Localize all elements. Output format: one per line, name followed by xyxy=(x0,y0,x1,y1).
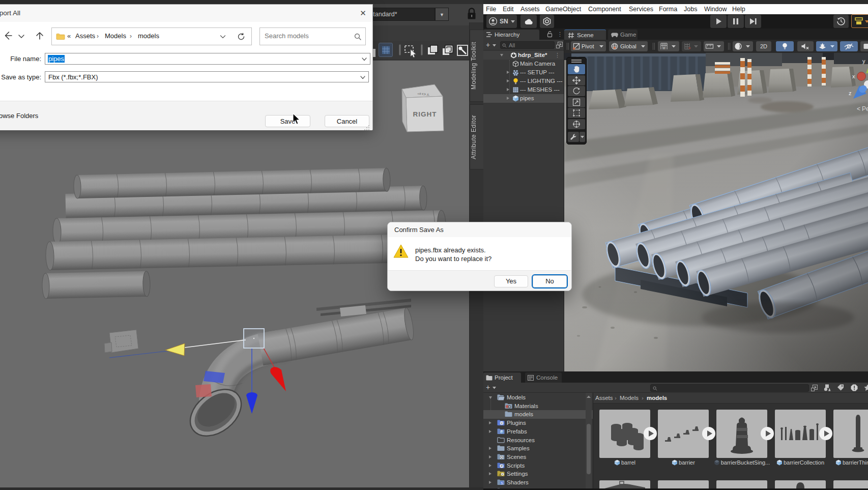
menu-file[interactable]: File xyxy=(486,4,496,14)
menu-edit[interactable]: Edit xyxy=(503,4,514,14)
custom-tool-chevron-button[interactable] xyxy=(580,132,585,142)
expand-arrow-icon[interactable] xyxy=(507,88,509,91)
expand-arrow-icon[interactable] xyxy=(489,421,491,424)
project-search-input[interactable] xyxy=(650,384,809,392)
expand-arrow-icon[interactable] xyxy=(489,455,491,458)
grid-snapping-button[interactable]: Y xyxy=(658,41,679,51)
asset-tile-row2[interactable] xyxy=(716,480,767,488)
asset-tile-row2[interactable] xyxy=(833,480,868,488)
menu-component[interactable]: Component xyxy=(588,4,621,14)
scene-kebab-icon[interactable]: ⋮ xyxy=(555,51,560,60)
increment-snap-button[interactable] xyxy=(682,41,701,51)
cancel-button[interactable]: Cancel xyxy=(325,115,369,127)
asset-play-button[interactable] xyxy=(702,427,715,440)
hierarchy-row-setup[interactable]: --- SETUP --- xyxy=(483,68,564,77)
asset-tile-row2[interactable] xyxy=(599,480,650,488)
search-window-icon[interactable] xyxy=(811,385,818,391)
measure-button[interactable] xyxy=(704,41,724,51)
asset-play-button[interactable] xyxy=(761,427,774,440)
scene-visibility-button[interactable] xyxy=(840,41,858,51)
breadcrumb-assets[interactable]: Assets xyxy=(75,32,95,40)
hierarchy-row-lighting[interactable]: --- LIGHTING --- xyxy=(483,77,564,85)
label-filter-icon[interactable] xyxy=(837,384,844,391)
file-name-chevron-icon[interactable] xyxy=(361,55,368,63)
hierarchy-row-meshes[interactable]: --- MESHES --- xyxy=(483,85,564,94)
scene-effects-button[interactable] xyxy=(816,41,837,51)
up-icon[interactable] xyxy=(33,29,46,42)
toggle-2d-button[interactable]: 2D xyxy=(756,41,771,51)
hierarchy-search-input[interactable]: All xyxy=(500,41,555,49)
tree-row-models-lower[interactable]: models xyxy=(483,410,593,419)
pivot-button[interactable]: Pivot xyxy=(571,41,606,51)
asset-tile-barrier-collection[interactable] xyxy=(775,410,826,458)
hierarchy-row-scene[interactable]: hdrp_Site* ⋮ xyxy=(483,51,564,60)
refresh-icon[interactable] xyxy=(237,32,246,41)
transform-tool-button[interactable] xyxy=(568,119,585,129)
menu-help[interactable]: Help xyxy=(732,4,745,14)
tools-drag-handle[interactable] xyxy=(571,60,582,61)
tree-row-resources[interactable]: Resources xyxy=(483,436,593,445)
tree-row-settings[interactable]: Settings xyxy=(483,470,593,478)
hierarchy-kebab-icon[interactable]: ⋮ xyxy=(557,31,559,38)
menu-forma[interactable]: Forma xyxy=(659,4,677,14)
no-button[interactable]: No xyxy=(533,275,567,287)
save-type-chevron-icon[interactable] xyxy=(359,74,366,81)
maya-tab-attribute-editor[interactable]: Attribute Editor xyxy=(470,104,484,169)
asset-tile-row2[interactable] xyxy=(775,480,826,488)
play-button[interactable] xyxy=(710,15,727,28)
tree-row-plugins[interactable]: Plugins xyxy=(483,419,593,427)
menu-window[interactable]: Window xyxy=(704,4,727,14)
yes-button[interactable]: Yes xyxy=(494,275,528,287)
tree-row-scripts[interactable]: # Scripts xyxy=(483,462,593,470)
expand-arrow-icon[interactable] xyxy=(507,79,509,82)
expand-arrow-icon[interactable] xyxy=(489,481,491,484)
tab-scene[interactable]: Scene xyxy=(564,30,606,40)
close-icon[interactable]: ✕ xyxy=(353,5,373,21)
maya-move-icon-a[interactable] xyxy=(425,43,440,57)
asset-tile-barrier-bucket[interactable] xyxy=(716,410,767,458)
resize-grip[interactable] xyxy=(364,125,370,131)
type-filter-icon[interactable] xyxy=(824,384,831,391)
tab-game[interactable]: Game xyxy=(608,30,638,40)
asset-label[interactable]: barrier xyxy=(655,459,712,466)
scene-viewport[interactable]: y x z < Persp xyxy=(564,53,868,371)
tree-row-shaders[interactable]: S Shaders xyxy=(483,478,593,487)
maya-lasso-tool[interactable] xyxy=(455,43,469,57)
asset-play-button[interactable] xyxy=(644,427,657,440)
move-tool-button[interactable] xyxy=(568,75,585,85)
pause-button[interactable] xyxy=(728,15,744,28)
crumb-models[interactable]: Models xyxy=(620,393,639,403)
asset-label[interactable]: barrel xyxy=(596,459,653,466)
search-box[interactable]: Search models xyxy=(259,27,366,45)
tab-console[interactable]: Console xyxy=(525,372,562,383)
expand-arrow-icon[interactable] xyxy=(507,97,509,100)
global-button[interactable]: Global xyxy=(609,41,648,51)
scene-audio-button[interactable] xyxy=(797,41,814,51)
back-icon[interactable] xyxy=(2,29,15,42)
expand-arrow-icon[interactable] xyxy=(507,71,509,74)
hierarchy-row-pipes[interactable]: pipes xyxy=(483,94,564,103)
tree-row-prefabs[interactable]: Prefabs xyxy=(483,427,593,436)
menu-assets[interactable]: Assets xyxy=(520,4,540,14)
tab-hierarchy[interactable]: Hierarchy xyxy=(483,30,539,40)
crumb-models-lower[interactable]: models xyxy=(647,393,667,403)
save-button[interactable]: Save xyxy=(265,115,310,127)
expand-arrow-icon[interactable] xyxy=(489,472,491,475)
tree-row-samples[interactable]: Samples xyxy=(483,444,593,453)
file-name-input[interactable]: pipes xyxy=(45,53,370,65)
view-cube[interactable]: RIGHT TOP xyxy=(402,84,444,132)
custom-tool-button[interactable] xyxy=(568,132,579,142)
expand-arrow-icon[interactable] xyxy=(489,464,491,467)
shading-mode-button[interactable] xyxy=(733,41,753,51)
menu-gameobject[interactable]: GameObject xyxy=(545,4,581,14)
menu-services[interactable]: Services xyxy=(629,4,653,14)
scale-tool-button[interactable] xyxy=(568,97,585,107)
browse-folders-label[interactable]: Browse Folders xyxy=(0,112,38,120)
rect-tool-button[interactable] xyxy=(568,108,585,118)
asset-tile-barrel[interactable] xyxy=(599,410,650,458)
step-button[interactable] xyxy=(745,15,761,28)
save-type-select[interactable]: Fbx (*.fbx;*.FBX) xyxy=(45,71,369,82)
undo-history-button[interactable] xyxy=(833,15,849,28)
maya-workspace-arrow[interactable]: ▼ xyxy=(435,8,449,21)
scene-lighting-button[interactable] xyxy=(776,41,794,51)
